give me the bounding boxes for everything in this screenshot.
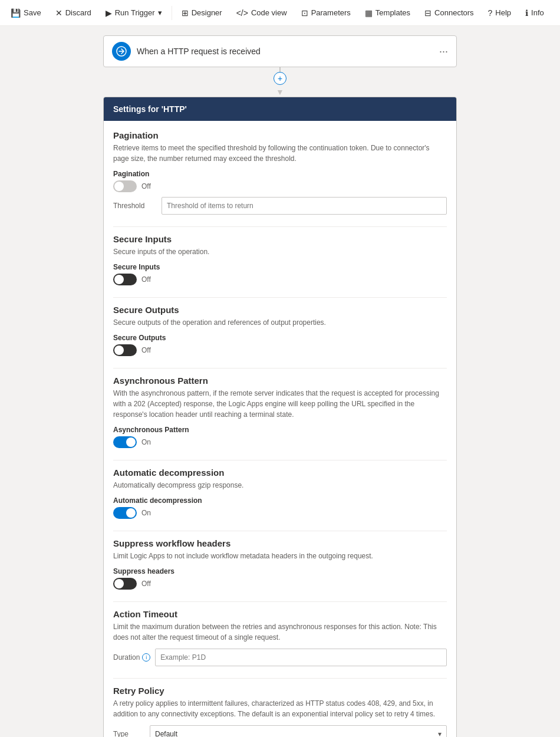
retry-type-label: Type: [113, 730, 143, 737]
code-icon: </>: [236, 8, 248, 18]
action-timeout-title: Action Timeout: [113, 609, 447, 619]
templates-button[interactable]: ▦ Templates: [359, 5, 416, 21]
suppress-headers-toggle-container: Off: [113, 578, 447, 590]
pagination-desc: Retrieve items to meet the specified thr…: [113, 143, 447, 164]
async-section: Asynchronous Pattern With the asynchrono…: [113, 376, 447, 448]
pagination-section: Pagination Retrieve items to meet the sp…: [113, 130, 447, 215]
retry-type-row: Type Default ▾: [113, 725, 447, 737]
async-toggle-label: Asynchronous Pattern: [113, 426, 447, 434]
divider: [172, 6, 172, 20]
secure-inputs-state: Off: [141, 275, 151, 284]
duration-input[interactable]: [155, 649, 447, 666]
pagination-title: Pagination: [113, 130, 447, 140]
retry-type-select[interactable]: Default ▾: [150, 725, 447, 737]
discard-button[interactable]: ✕ Discard: [50, 5, 97, 21]
divider-3: [113, 368, 447, 368]
pagination-toggle-container: Off: [113, 180, 447, 192]
save-button[interactable]: 💾 Save: [5, 5, 47, 21]
secure-inputs-title: Secure Inputs: [113, 234, 447, 244]
pagination-toggle-label: Pagination: [113, 170, 447, 178]
suppress-headers-title: Suppress workflow headers: [113, 538, 447, 548]
async-desc: With the asynchronous pattern, if the re…: [113, 388, 447, 420]
secure-outputs-knob: [114, 346, 124, 355]
auto-decompress-toggle-row: Automatic decompression On: [113, 496, 447, 519]
designer-button[interactable]: ⊞ Designer: [176, 5, 228, 21]
toolbar: 💾 Save ✕ Discard ▶ Run Trigger ▾ ⊞ Desig…: [0, 0, 560, 26]
help-icon: ?: [488, 8, 493, 18]
secure-inputs-toggle-row: Secure Inputs Off: [113, 263, 447, 285]
code-view-button[interactable]: </> Code view: [230, 5, 293, 21]
info-button[interactable]: ℹ Info: [519, 5, 550, 21]
secure-outputs-toggle[interactable]: [113, 344, 137, 356]
async-toggle[interactable]: [113, 436, 137, 448]
auto-decompress-toggle-label: Automatic decompression: [113, 496, 447, 505]
trigger-title: When a HTTP request is received: [137, 47, 433, 56]
divider-7: [113, 678, 447, 679]
divider-2: [113, 297, 447, 298]
secure-inputs-toggle[interactable]: [113, 274, 137, 285]
secure-outputs-title: Secure Outputs: [113, 305, 447, 315]
templates-icon: ▦: [365, 8, 373, 18]
secure-outputs-section: Secure Outputs Secure outputs of the ope…: [113, 305, 447, 356]
secure-outputs-desc: Secure outputs of the operation and refe…: [113, 317, 447, 328]
connectors-button[interactable]: ⊟ Connectors: [419, 5, 479, 21]
secure-outputs-toggle-container: Off: [113, 344, 447, 356]
secure-outputs-state: Off: [141, 346, 151, 354]
suppress-headers-state: Off: [141, 580, 151, 588]
retry-policy-desc: A retry policy applies to intermittent f…: [113, 698, 447, 719]
divider-5: [113, 531, 447, 531]
threshold-label: Threshold: [113, 202, 154, 210]
auto-decompress-toggle-container: On: [113, 507, 447, 519]
pagination-toggle[interactable]: [113, 180, 137, 192]
connector: + ▼: [276, 67, 284, 97]
canvas: When a HTTP request is received ··· + ▼ …: [0, 26, 560, 737]
add-action-button[interactable]: +: [274, 72, 286, 85]
threshold-input[interactable]: [162, 197, 447, 215]
threshold-row: Threshold: [113, 197, 447, 215]
divider-1: [113, 226, 447, 227]
settings-panel: Settings for 'HTTP' Pagination Retrieve …: [103, 97, 457, 737]
duration-info-icon[interactable]: i: [142, 653, 150, 662]
save-icon: 💾: [11, 8, 21, 18]
connectors-icon: ⊟: [424, 8, 431, 18]
async-title: Asynchronous Pattern: [113, 376, 447, 386]
designer-icon: ⊞: [182, 8, 189, 18]
trigger-more-button[interactable]: ···: [439, 45, 448, 58]
auto-decompress-section: Automatic decompression Automatically de…: [113, 468, 447, 519]
discard-icon: ✕: [55, 8, 62, 18]
async-toggle-container: On: [113, 436, 447, 448]
settings-body: Pagination Retrieve items to meet the sp…: [104, 121, 456, 737]
async-toggle-row: Asynchronous Pattern On: [113, 426, 447, 448]
duration-label: Duration i: [113, 653, 150, 662]
suppress-headers-knob: [114, 579, 124, 588]
auto-decompress-title: Automatic decompression: [113, 468, 447, 478]
secure-inputs-knob: [114, 275, 124, 284]
pagination-toggle-knob: [114, 182, 124, 191]
suppress-headers-toggle-row: Suppress headers Off: [113, 567, 447, 590]
chevron-down-icon: ▾: [438, 730, 442, 737]
pagination-toggle-state: Off: [141, 182, 151, 190]
chevron-down-icon: ▾: [158, 8, 162, 17]
suppress-headers-desc: Limit Logic Apps to not include workflow…: [113, 551, 447, 561]
suppress-headers-toggle[interactable]: [113, 578, 137, 590]
trigger-card: When a HTTP request is received ···: [103, 35, 457, 67]
secure-inputs-toggle-container: Off: [113, 274, 447, 285]
pagination-toggle-row: Pagination Off: [113, 170, 447, 192]
retry-policy-section: Retry Policy A retry policy applies to i…: [113, 686, 447, 737]
auto-decompress-desc: Automatically decompress gzip response.: [113, 480, 447, 491]
suppress-headers-toggle-label: Suppress headers: [113, 567, 447, 575]
retry-policy-title: Retry Policy: [113, 686, 447, 696]
secure-inputs-section: Secure Inputs Secure inputs of the opera…: [113, 234, 447, 285]
async-state: On: [141, 438, 151, 446]
async-knob: [126, 437, 136, 447]
secure-outputs-toggle-row: Secure Outputs Off: [113, 334, 447, 356]
divider-6: [113, 601, 447, 602]
run-icon: ▶: [106, 8, 112, 18]
run-trigger-button[interactable]: ▶ Run Trigger ▾: [100, 5, 168, 21]
auto-decompress-knob: [126, 508, 136, 518]
parameters-button[interactable]: ⊡ Parameters: [295, 5, 357, 21]
help-button[interactable]: ? Help: [482, 5, 518, 21]
secure-inputs-toggle-label: Secure Inputs: [113, 263, 447, 271]
auto-decompress-toggle[interactable]: [113, 507, 137, 519]
secure-outputs-toggle-label: Secure Outputs: [113, 334, 447, 342]
